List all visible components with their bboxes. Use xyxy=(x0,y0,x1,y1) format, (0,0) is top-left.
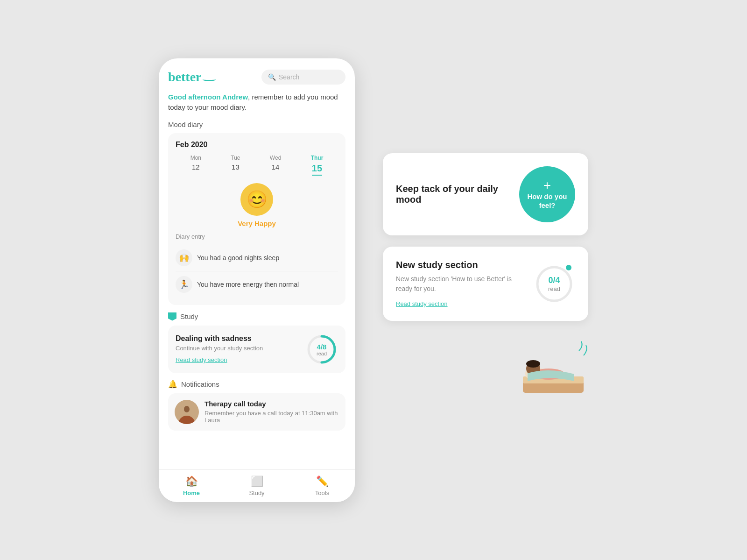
study-notif-right: 0/4 read xyxy=(533,263,575,305)
study-notif-left: New study section New study section 'How… xyxy=(396,260,524,308)
cal-day-tue[interactable]: Tue 13 xyxy=(231,155,240,176)
mood-tracker-card: Keep tack of your daily mood + How do yo… xyxy=(383,153,588,235)
study-section: Study Dealing with sadness Continue with… xyxy=(168,312,345,373)
app-logo: better xyxy=(168,70,216,85)
nav-home[interactable]: 🏠 Home xyxy=(159,475,224,496)
tools-icon: ✏️ xyxy=(316,475,329,488)
mood-tracker-title: Keep tack of your daily mood xyxy=(396,184,505,205)
svg-point-4 xyxy=(184,406,190,412)
greeting-text: Good afternoon Andrew, remember to add y… xyxy=(168,92,345,113)
cal-day-thur[interactable]: Thur 15 xyxy=(311,155,324,176)
nav-tools[interactable]: ✏️ Tools xyxy=(289,475,355,496)
study-bookmark-icon xyxy=(168,312,176,321)
notif-body: Remember you have a call today at 11:30a… xyxy=(204,410,339,424)
phone-mockup: better 🔍 Search Good afternoon Andrew, r… xyxy=(159,58,355,502)
bottom-nav: 🏠 Home ⬜ Study ✏️ Tools xyxy=(159,469,355,502)
mood-label: Very Happy xyxy=(238,220,276,227)
how-feel-button[interactable]: + How do you feel? xyxy=(519,166,575,222)
diary-icon-2: 🏃 xyxy=(176,276,192,293)
search-icon: 🔍 xyxy=(268,73,276,81)
search-bar[interactable]: 🔍 Search xyxy=(261,70,345,85)
phone-header: better 🔍 Search xyxy=(168,70,345,85)
notif-avatar xyxy=(175,400,199,424)
bell-icon: 🔔 xyxy=(168,380,177,389)
sleep-illustration xyxy=(514,332,588,407)
study-card: Dealing with sadness Continue with your … xyxy=(168,326,345,373)
study-title: Dealing with sadness xyxy=(176,334,263,343)
diary-entry-2: 🏃 You have more energy then normal xyxy=(176,271,338,298)
home-icon: 🏠 xyxy=(185,475,198,488)
cal-day-mon[interactable]: Mon 12 xyxy=(190,155,201,176)
study-nav-icon: ⬜ xyxy=(251,475,263,488)
right-panel: Keep tack of your daily mood + How do yo… xyxy=(383,153,588,407)
study-read-link[interactable]: Read study section xyxy=(176,356,227,363)
study-card-left: Dealing with sadness Continue with your … xyxy=(176,334,263,364)
mood-emoji-area: 😊 Very Happy xyxy=(176,183,338,227)
notif-title: Therapy call today xyxy=(204,400,339,408)
mood-emoji[interactable]: 😊 xyxy=(240,183,273,216)
study-label: Study xyxy=(168,312,345,321)
notification-card: Therapy call today Remember you have a c… xyxy=(168,393,345,431)
greeting-name: Good afternoon Andrew xyxy=(168,93,248,101)
study-notif-dot xyxy=(566,265,571,270)
cal-day-wed[interactable]: Wed 14 xyxy=(270,155,281,176)
study-progress-ring: 4/8 read xyxy=(305,333,338,366)
mood-month: Feb 2020 xyxy=(176,141,338,149)
progress-ring-text: 4/8 read xyxy=(317,342,327,356)
diary-entry-label: Diary entry xyxy=(176,233,338,240)
study-notification-card: New study section New study section 'How… xyxy=(383,247,588,321)
diary-icon-1: 🙌 xyxy=(176,249,192,266)
study-notif-title: New study section xyxy=(396,260,524,270)
svg-point-2 xyxy=(178,416,195,424)
mood-diary-card: Feb 2020 Mon 12 Tue 13 Wed 14 Thur 15 xyxy=(168,133,345,305)
study-notif-desc: New study section 'How to use Better' is… xyxy=(396,274,524,294)
study-notif-read-link[interactable]: Read study section xyxy=(396,300,448,307)
nav-home-label: Home xyxy=(183,489,200,496)
notifications-label: 🔔 Notifications xyxy=(168,380,345,389)
nav-tools-label: Tools xyxy=(315,489,329,496)
calendar-row: Mon 12 Tue 13 Wed 14 Thur 15 xyxy=(176,155,338,176)
notifications-section: 🔔 Notifications Therapy call today Remem… xyxy=(168,380,345,431)
diary-entry-1: 🙌 You had a good nights sleep xyxy=(176,245,338,271)
search-placeholder: Search xyxy=(279,73,299,81)
study-ring-text: 0/4 read xyxy=(548,276,560,292)
notif-text: Therapy call today Remember you have a c… xyxy=(204,400,339,424)
mood-diary-label: Mood diary xyxy=(168,121,345,128)
nav-study[interactable]: ⬜ Study xyxy=(224,475,289,496)
nav-study-label: Study xyxy=(249,489,264,496)
study-subtitle: Continue with your study section xyxy=(176,345,263,352)
svg-point-11 xyxy=(526,360,540,368)
